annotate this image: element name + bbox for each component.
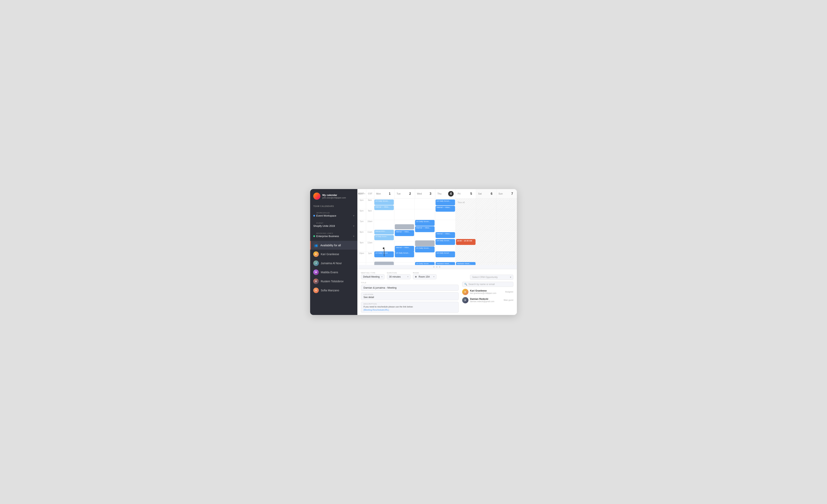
event-row[interactable]: Shopify Unite 2019 ▾	[313, 224, 354, 227]
damian-attendee-name: Damian Redecki	[470, 298, 502, 300]
day-col-sat	[476, 199, 497, 265]
form-row-main: TITLE LOCATION DESCRIPTION If you need t…	[361, 282, 513, 313]
event-thu-4[interactable]: UX Daily Scrum...	[436, 239, 455, 245]
event-tue-2[interactable]: Internal — Inbox...	[395, 230, 414, 236]
workspace-row[interactable]: Event Workspace ▾	[313, 214, 354, 217]
meeting-type-select[interactable]: Default Meeting ▾	[361, 274, 385, 279]
room-group: ROOM Room 15A ▾	[413, 272, 437, 279]
group-icon: 👥	[313, 243, 319, 248]
event-thu-1[interactable]: UX Daily Scrum...	[436, 200, 455, 205]
cst-11am: 11am	[366, 231, 374, 241]
event-wed-1[interactable]: UX Daily Scrum...	[415, 220, 435, 226]
sidebar-item-label-rustem: Rustem Tolstobrov	[321, 280, 344, 283]
title-group: TITLE	[361, 282, 458, 291]
event-thu-6[interactable]: Hackaton Meeti...	[436, 262, 455, 265]
time-8pm: 8pm	[357, 231, 366, 241]
event-wed-4[interactable]: UX Daily Scrum...	[415, 246, 435, 253]
day-num-wed: 3	[428, 191, 433, 197]
divider-dots: • • •	[357, 265, 517, 269]
sidebar-item-label-availability: Availability for all	[321, 244, 341, 247]
day-col-sun	[496, 199, 517, 265]
sidebar-item-availability[interactable]: 👥 Availability for all	[310, 241, 357, 249]
day-header-tue: Tue 2	[395, 189, 415, 199]
event-label: EVENT	[313, 220, 354, 224]
room-select[interactable]: Room 15A ▾	[413, 274, 437, 279]
day-col-thu: UX Daily Scrum... Internal — Inbox... In…	[435, 199, 456, 265]
cst-time-col: 8am 9am 10am 11am 12am 1pm	[366, 199, 374, 265]
form-row-controls: MEETING TYPE Default Meeting ▾ DURATION …	[361, 272, 513, 280]
kari-attendee-avatar: K	[462, 289, 469, 295]
duration-chevron: ▾	[407, 276, 408, 278]
day-header-thu: Thu 4	[435, 189, 456, 199]
form-left: TITLE LOCATION DESCRIPTION If you need t…	[361, 282, 458, 313]
kari-attendee-info: Kari Granleese kari.granleese@chilipiper…	[470, 289, 504, 294]
damian-attendee-info: Damian Redecki damian.redecki@gmail.com	[470, 298, 502, 302]
time-5pm: 5pm	[357, 199, 366, 209]
day-num-sat: 6	[489, 191, 494, 197]
meeting-type-chevron: ▾	[381, 276, 382, 278]
eest-time-col: 5pm 6pm 7pm 8pm 9pm 10pm	[357, 199, 366, 265]
cst-1pm: 1pm	[366, 252, 374, 263]
sidebar-profile: My calendar john.doe@chilipiper.com	[310, 189, 357, 203]
booking-name: Enterprise Business	[316, 235, 339, 238]
event-mon-3[interactable]: Internal 2019...	[374, 230, 394, 234]
day-name-mon: Mon	[376, 192, 381, 195]
time-9pm: 9pm	[357, 241, 366, 252]
search-box[interactable]: 🔍 Search by name or email	[462, 282, 513, 287]
sidebar-item-label-jumaima: Jumaima Al Nour	[321, 262, 342, 265]
location-input[interactable]	[363, 296, 456, 299]
crm-select[interactable]: Select CRM Opportunity ▾	[470, 275, 513, 280]
app-container: My calendar john.doe@chilipiper.com Team…	[310, 189, 517, 315]
sidebar-item-jumaima[interactable]: J Jumaima Al Nour	[310, 259, 357, 268]
location-group: LOCATION	[361, 292, 458, 300]
event-mon-2[interactable]: Internal — Inbox...	[374, 205, 394, 210]
cst-8am: 8am	[366, 199, 374, 209]
event-tue-1[interactable]	[395, 224, 414, 229]
booking-group: BOOKING LINKS Enterprise Business ▾	[310, 229, 357, 239]
event-tue-4[interactable]: UX Daily Scrum...	[395, 251, 414, 257]
event-tue-3[interactable]: Internal — Inbox...	[395, 246, 414, 252]
calendar-body: 5pm 6pm 7pm 8pm 9pm 10pm 8am 9am 10am 11…	[357, 199, 517, 265]
title-input[interactable]	[361, 285, 458, 291]
damian-attendee-role: Main guest	[504, 299, 513, 301]
description-link[interactable]: {Meeting.RescheduleURL}	[363, 309, 456, 311]
event-wed-5[interactable]: UX Daily Scrum	[415, 262, 435, 265]
event-thu-3[interactable]: Internal — Inbox...	[436, 232, 455, 238]
event-mon-6[interactable]	[374, 262, 394, 265]
booking-chevron: ▾	[353, 235, 354, 237]
day-header-mon: Mon 1	[374, 189, 395, 199]
duration-group: DURATION 30 minutes ▾	[387, 272, 410, 279]
crm-chevron: ▾	[510, 276, 511, 279]
event-wed-2[interactable]: Internal — Inbox...	[415, 226, 435, 232]
calendar-section: EEST ▾ CST Mon 1 Tue 2	[357, 189, 517, 269]
event-fri-2[interactable]: Hackaton Meeti...	[456, 262, 476, 265]
day-name-wed: Wed	[417, 192, 422, 195]
sidebar-item-matilda[interactable]: M Matilda Evans	[310, 268, 357, 277]
profile-name: My calendar	[322, 193, 346, 197]
event-mon-4[interactable]: UX Daily Scrum...	[374, 235, 394, 240]
sidebar-item-kari[interactable]: K Kari Granleese	[310, 249, 357, 259]
event-thu-2[interactable]: Internal — Inbox...	[436, 206, 455, 212]
duration-select[interactable]: 30 minutes ▾	[387, 274, 410, 279]
tz1-label[interactable]: EEST ▾	[357, 189, 366, 199]
event-fri-1[interactable]: 10:00 – 10:30 AM	[456, 239, 476, 245]
kari-attendee-role: Assignee	[505, 291, 513, 293]
event-wed-3[interactable]	[415, 240, 435, 246]
day-header-sat: Sat 6	[476, 189, 496, 199]
damian-attendee-avatar: D	[462, 297, 469, 303]
event-mon-1[interactable]: UX Daily Scrum...	[374, 200, 394, 205]
day-header-wed: Wed 3	[415, 189, 435, 199]
kari-avatar: K	[313, 251, 319, 257]
day-name-thu: Thu	[437, 192, 441, 195]
day-name-sat: Sat	[478, 192, 482, 195]
rustem-avatar: R	[313, 279, 319, 284]
cst-9am: 9am	[366, 209, 374, 220]
profile-info: My calendar john.doe@chilipiper.com	[322, 193, 346, 199]
description-label: DESCRIPTION	[363, 303, 456, 305]
sidebar-item-rustem[interactable]: R Rustem Tolstobrov	[310, 277, 357, 286]
booking-row[interactable]: Enterprise Business ▾	[313, 235, 354, 238]
crm-placeholder: Select CRM Opportunity	[472, 276, 510, 279]
sidebar-item-sofia[interactable]: S Sofia Manzano	[310, 286, 357, 295]
event-thu-5[interactable]: UX Daily Scrum	[436, 251, 455, 257]
cst-10am: 10am	[366, 220, 374, 231]
